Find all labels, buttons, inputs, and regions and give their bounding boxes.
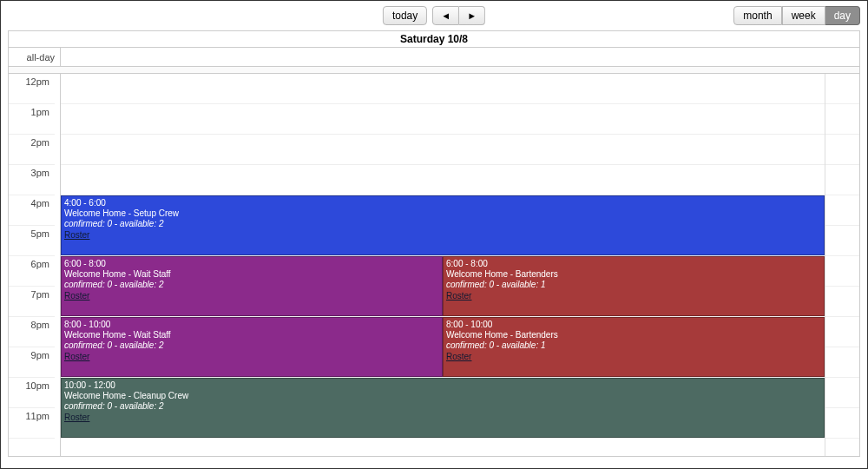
- grid-body[interactable]: 4:00 - 6:00Welcome Home - Setup Crewconf…: [61, 74, 825, 456]
- event-time: 10:00 - 12:00: [64, 380, 115, 390]
- calendar-event[interactable]: 8:00 - 10:00Welcome Home - Wait Staffcon…: [61, 317, 443, 377]
- event-title: Welcome Home - Setup Crew: [64, 208, 821, 219]
- event-time: 8:00 - 10:00: [446, 320, 492, 329]
- roster-link[interactable]: Roster: [446, 352, 471, 362]
- hour-slot[interactable]: [61, 74, 825, 104]
- today-button[interactable]: today: [383, 6, 427, 25]
- roster-link[interactable]: Roster: [64, 413, 89, 423]
- event-status: confirmed: 0 - available: 1: [446, 280, 821, 290]
- hour-slot[interactable]: [61, 135, 825, 165]
- nav-arrows: ◄ ►: [432, 6, 485, 25]
- calendar-event[interactable]: 6:00 - 8:00Welcome Home - Bartendersconf…: [443, 256, 825, 316]
- hour-label: 10pm: [9, 378, 55, 408]
- hour-slot[interactable]: [61, 165, 825, 195]
- hour-label: 6pm: [9, 256, 55, 287]
- hour-slot[interactable]: [61, 104, 825, 135]
- roster-link[interactable]: Roster: [64, 352, 89, 362]
- hour-label: 11pm: [9, 408, 55, 439]
- event-time: 6:00 - 8:00: [64, 259, 106, 268]
- calendar-event[interactable]: 6:00 - 8:00Welcome Home - Wait Staffconf…: [61, 256, 443, 316]
- prev-button[interactable]: ◄: [432, 6, 459, 25]
- event-title: Welcome Home - Cleanup Crew: [64, 391, 821, 401]
- event-status: confirmed: 0 - available: 1: [446, 340, 821, 351]
- hour-label: 7pm: [9, 287, 55, 317]
- hour-label: 3pm: [9, 165, 55, 195]
- roster-link[interactable]: Roster: [64, 291, 89, 301]
- hour-label: 4pm: [9, 195, 55, 226]
- right-gutter: [825, 74, 859, 456]
- calendar: Saturday 10/8 all-day 12pm1pm2pm3pm4pm5p…: [8, 30, 860, 457]
- calendar-toolbar: today ◄ ► month week day: [1, 1, 867, 30]
- calendar-event[interactable]: 8:00 - 10:00Welcome Home - Bartenderscon…: [443, 317, 825, 377]
- hour-label: 9pm: [9, 347, 55, 378]
- week-view-button[interactable]: week: [782, 6, 825, 25]
- divider: [9, 67, 859, 74]
- event-status: confirmed: 0 - available: 2: [64, 219, 821, 229]
- hour-label: 2pm: [9, 135, 55, 165]
- event-status: confirmed: 0 - available: 2: [64, 401, 821, 412]
- event-title: Welcome Home - Bartenders: [446, 330, 821, 340]
- allday-label: all-day: [9, 48, 61, 66]
- calendar-event[interactable]: 10:00 - 12:00Welcome Home - Cleanup Crew…: [61, 378, 825, 438]
- roster-link[interactable]: Roster: [446, 291, 471, 301]
- event-title: Welcome Home - Wait Staff: [64, 330, 439, 340]
- hour-label: 12pm: [9, 74, 55, 104]
- hour-label: 5pm: [9, 226, 55, 256]
- hour-label: 1pm: [9, 104, 55, 135]
- calendar-event[interactable]: 4:00 - 6:00Welcome Home - Setup Crewconf…: [61, 195, 825, 255]
- view-switch: month week day: [733, 6, 860, 25]
- roster-link[interactable]: Roster: [64, 230, 89, 241]
- date-header: Saturday 10/8: [9, 31, 859, 48]
- allday-row: all-day: [9, 48, 859, 67]
- event-status: confirmed: 0 - available: 2: [64, 340, 439, 351]
- allday-body[interactable]: [61, 48, 859, 66]
- event-time: 4:00 - 6:00: [64, 198, 106, 208]
- next-button[interactable]: ►: [459, 6, 485, 25]
- hour-label: 8pm: [9, 317, 55, 347]
- event-title: Welcome Home - Bartenders: [446, 269, 821, 280]
- event-time: 8:00 - 10:00: [64, 320, 110, 329]
- event-status: confirmed: 0 - available: 2: [64, 280, 439, 290]
- event-title: Welcome Home - Wait Staff: [64, 269, 439, 280]
- event-time: 6:00 - 8:00: [446, 259, 488, 268]
- day-view-button[interactable]: day: [825, 6, 860, 25]
- month-view-button[interactable]: month: [733, 6, 781, 25]
- hour-labels: 12pm1pm2pm3pm4pm5pm6pm7pm8pm9pm10pm11pm: [9, 74, 61, 456]
- time-grid: 12pm1pm2pm3pm4pm5pm6pm7pm8pm9pm10pm11pm …: [9, 74, 859, 456]
